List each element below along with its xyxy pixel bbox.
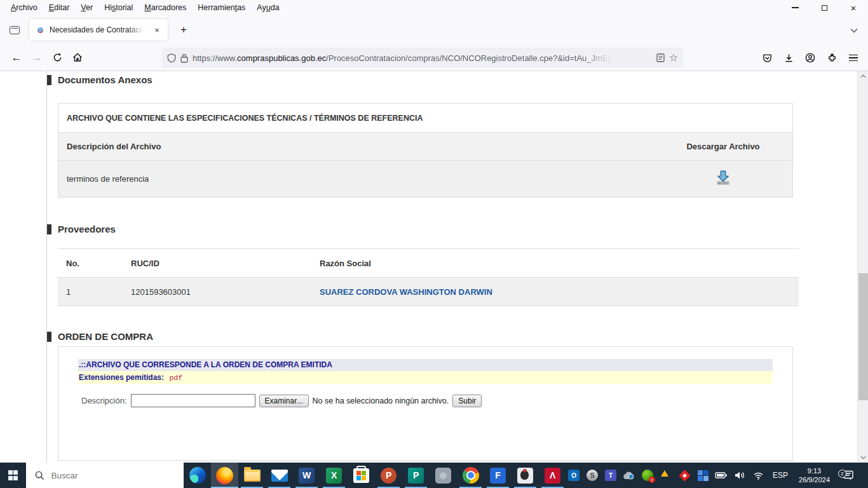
firefox-view-button[interactable]	[5, 20, 24, 39]
cloud-tray-icon[interactable]	[621, 466, 637, 484]
taskbar-app-excel[interactable]: X	[320, 463, 348, 488]
close-button[interactable]: ×	[839, 0, 868, 15]
menu-editar[interactable]: Editar	[43, 1, 76, 14]
taskbar-app-file-explorer[interactable]	[238, 463, 266, 488]
hamburger-icon	[849, 55, 858, 62]
chevron-down-icon	[860, 456, 866, 459]
chevron-down-icon	[850, 28, 858, 33]
java-app-icon	[517, 468, 533, 484]
taskbar-app-microsoft-store[interactable]	[348, 463, 375, 488]
defender-warning-tray-icon[interactable]	[658, 466, 674, 484]
scroll-up-button[interactable]	[858, 71, 868, 81]
menu-archivo[interactable]: Archivo	[5, 1, 43, 14]
descargar-archivo-cell	[654, 170, 792, 188]
antivirus-alert-tray-icon[interactable]	[640, 466, 655, 484]
volume-tray-icon[interactable]	[732, 466, 747, 484]
menu-herramientas[interactable]: Herramientas	[192, 1, 251, 14]
taskbar-app-unknown-gray-app[interactable]	[430, 463, 457, 488]
taskbar-app-publisher[interactable]: P	[402, 463, 430, 488]
tab-close-button[interactable]: ×	[150, 23, 164, 37]
new-tab-button[interactable]: +	[174, 20, 193, 39]
action-center-button[interactable]: 2	[837, 470, 860, 480]
heading-marker	[47, 332, 51, 342]
app-menu-button[interactable]	[843, 48, 864, 68]
downloads-icon[interactable]	[778, 48, 799, 68]
page-scrollbar[interactable]	[857, 71, 868, 463]
reader-mode-icon[interactable]	[656, 53, 665, 62]
menu-marcadores[interactable]: Marcadores	[139, 1, 192, 14]
extensiones-strip: Extensiones pemitidas: pdf	[78, 371, 773, 384]
blue-grid-tray-icon[interactable]	[695, 466, 710, 484]
extensions-icon[interactable]	[821, 48, 843, 68]
taskbar-app-firefox[interactable]	[211, 463, 238, 488]
mail-icon	[271, 470, 288, 482]
back-button[interactable]: ←	[6, 48, 27, 68]
lock-icon	[180, 53, 188, 63]
taskbar-app-java-app[interactable]	[512, 463, 539, 488]
account-icon[interactable]	[799, 48, 821, 68]
proveedores-table: No. RUC/ID Razón Social 1 1201593603001 …	[58, 248, 799, 306]
tab-strip: Necesidades de Contratación y × +	[0, 15, 868, 44]
close-icon: ×	[851, 3, 857, 13]
teams-tray-icon[interactable]: T	[603, 466, 618, 484]
forward-button[interactable]: →	[27, 48, 47, 68]
scrollbar-thumb[interactable]	[858, 273, 868, 400]
section-heading-orden-de-compra: ORDEN DE COMPRA	[47, 331, 153, 342]
start-button[interactable]	[0, 463, 26, 488]
s-app-tray-icon[interactable]: S	[585, 466, 600, 484]
date: 26/9/2024	[799, 476, 830, 484]
taskbar-app-powerpoint[interactable]: P	[375, 463, 402, 488]
descripcion-input[interactable]	[131, 394, 255, 407]
pocket-icon[interactable]	[756, 48, 778, 68]
microsoft-store-icon	[353, 468, 369, 483]
extensiones-value: pdf	[169, 374, 182, 382]
bookmark-star-icon[interactable]: ☆	[669, 53, 678, 63]
documentos-table-header: Descripción del Archivo Descargar Archiv…	[58, 133, 792, 161]
notification-badge: 2	[838, 470, 846, 478]
taskbar-app-forticlient[interactable]: F	[484, 463, 512, 488]
scroll-down-button[interactable]	[858, 452, 868, 463]
proveedores-header-row: No. RUC/ID Razón Social	[58, 249, 799, 278]
list-all-tabs-button[interactable]	[846, 23, 862, 38]
shield-permissions-icon	[167, 53, 176, 63]
download-file-icon[interactable]	[714, 170, 733, 186]
search-input[interactable]	[51, 471, 178, 480]
examinar-button[interactable]: Examinar...	[259, 395, 309, 407]
language-indicator[interactable]: ESP	[769, 471, 792, 480]
proveedor-razon-social-link[interactable]: SUAREZ CORDOVA WASHINGTON DARWIN	[320, 287, 492, 297]
outlook-tray-icon[interactable]: O	[566, 466, 581, 484]
taskbar-app-word[interactable]: W	[293, 463, 320, 488]
section-heading-documentos-anexos: Documentos Anexos	[47, 74, 153, 85]
excel-icon: X	[326, 468, 342, 484]
taskbar-app-mail[interactable]	[266, 463, 293, 488]
reload-icon	[53, 53, 62, 62]
firefox-view-icon	[10, 26, 20, 34]
wifi-tray-icon[interactable]	[750, 466, 766, 484]
minimize-button[interactable]	[780, 0, 810, 15]
minimize-icon	[792, 7, 799, 8]
red-diamond-tray-icon[interactable]	[677, 466, 692, 484]
taskbar-app-acrobat[interactable]: Λ	[539, 463, 566, 488]
taskbar-search[interactable]	[26, 463, 184, 488]
battery-tray-icon[interactable]	[714, 466, 729, 484]
menu-ver[interactable]: Ver	[75, 1, 98, 14]
site-favicon-icon	[36, 25, 45, 35]
taskbar-app-chrome[interactable]	[457, 463, 484, 488]
active-tab[interactable]: Necesidades de Contratación y ×	[29, 19, 168, 41]
word-icon: W	[299, 468, 315, 484]
navigation-toolbar: ← → https://www.compraspublicas.gob.ec/P…	[0, 44, 868, 71]
toolbar-right-icons	[756, 48, 864, 68]
home-button[interactable]	[67, 48, 88, 68]
acrobat-icon: Λ	[545, 468, 560, 484]
reload-button[interactable]	[47, 48, 67, 68]
time: 9:13	[808, 467, 821, 475]
restore-button[interactable]	[810, 0, 839, 15]
proveedores-data-row: 1 1201593603001 SUAREZ CORDOVA WASHINGTO…	[58, 278, 799, 306]
url-bar[interactable]: https://www.compraspublicas.gob.ec/Proce…	[162, 48, 683, 68]
taskbar-clock[interactable]: 9:13 26/9/2024	[795, 466, 834, 484]
taskbar-app-edge[interactable]	[184, 463, 211, 488]
heading-text: ORDEN DE COMPRA	[58, 331, 153, 342]
menu-historial[interactable]: Historial	[98, 1, 139, 14]
menu-ayuda[interactable]: Ayuda	[251, 1, 285, 14]
subir-button[interactable]: Subir	[452, 395, 482, 407]
